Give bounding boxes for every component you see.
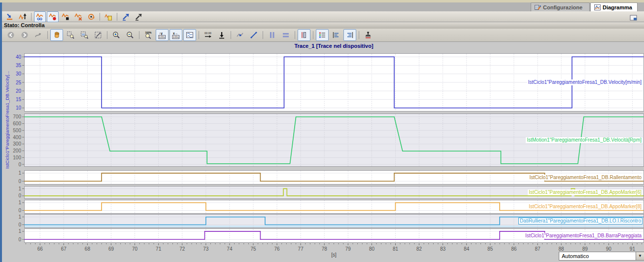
chart-appomarker8[interactable]: 01IstCiclo1"PareggiamentoFresa1_DB.AppoM… — [2, 200, 644, 214]
measure-point-icon[interactable] — [234, 29, 246, 41]
signal-label-velocita_rpm: IstMotion1"PareggiamentoFresa1_DB.Veloci… — [526, 137, 643, 143]
export-trace-icon[interactable] — [120, 11, 132, 22]
svg-text:15: 15 — [16, 97, 22, 102]
ruler-icon[interactable] — [298, 29, 310, 41]
auto-repeat-icon[interactable] — [85, 11, 97, 22]
window-left-strip — [0, 0, 2, 262]
monitor-trace-icon[interactable] — [34, 11, 46, 22]
toolbar-separator — [139, 31, 139, 39]
zoom-area-icon[interactable] — [78, 29, 91, 41]
chart-title: Trace_1 [Trace nel dispositivo] — [24, 43, 644, 49]
editor-tabbar: Configurazione Diagramma — [2, 2, 644, 11]
svg-text:1: 1 — [18, 200, 21, 205]
vertical-cursors-icon[interactable] — [266, 29, 278, 41]
svg-text:78: 78 — [322, 246, 328, 252]
chart-velocita-rpm[interactable]: 0100200300400500600700IstMotion1"Pareggi… — [2, 113, 644, 167]
signal-label-rallentamento: IstCiclo1"PareggiamentoFresa1_DB.Rallent… — [528, 175, 643, 181]
toolbar-separator — [231, 31, 231, 39]
svg-text:25: 25 — [16, 80, 22, 85]
forward-icon[interactable] — [18, 29, 31, 41]
record-trace-icon[interactable] — [47, 11, 59, 22]
trace-toolbar — [2, 11, 644, 22]
toolbar-separator — [47, 31, 48, 39]
chart-velocity[interactable]: 10152025303540IstCiclo1"PareggiamentoFre… — [2, 53, 644, 112]
tab-diagramma[interactable]: Diagramma — [590, 2, 638, 11]
split-editor-icon[interactable] — [628, 12, 640, 23]
x-scale-100-icon[interactable]: x→ 100x — [169, 29, 182, 41]
back-icon[interactable] — [4, 29, 17, 41]
toolbar-separator — [295, 31, 295, 39]
chevron-down-icon[interactable]: ▼ — [636, 252, 644, 260]
chart-rallentamento[interactable]: 01IstCiclo1"PareggiamentoFresa1_DB.Ralle… — [2, 170, 644, 185]
svg-text:600: 600 — [13, 121, 21, 126]
pan-hand-icon[interactable] — [50, 29, 63, 41]
delete-trace-icon[interactable] — [72, 11, 84, 22]
stop-trace-icon[interactable] — [60, 11, 71, 22]
apply-icon[interactable] — [362, 29, 374, 41]
upload-trace-icon[interactable] — [17, 11, 29, 22]
y-scale-100-icon[interactable]: ↑y 100x — [156, 29, 169, 41]
svg-text:300: 300 — [13, 141, 21, 147]
zoom-100-icon[interactable]: 100% — [142, 29, 155, 41]
configuration-icon — [535, 4, 541, 10]
diagram-panel: Trace_1 [Trace nel dispositivo] IstCiclo… — [2, 42, 644, 262]
signal-label-velocity: IstCiclo1"PareggiamentoFresa1_DB.Velocit… — [527, 79, 643, 85]
svg-text:10: 10 — [16, 105, 22, 111]
legend-right-icon[interactable] — [343, 29, 356, 41]
chart-barrapareggiata[interactable]: 01IstCiclo1"PareggiamentoFresa1_DB.Barra… — [2, 228, 644, 243]
svg-text:0: 0 — [18, 222, 21, 227]
tab-configurazione[interactable]: Configurazione — [531, 2, 590, 11]
zoom-select-icon[interactable] — [64, 29, 77, 41]
svg-text:68: 68 — [85, 246, 91, 252]
toolbar-separator — [31, 13, 32, 21]
svg-text:700: 700 — [13, 114, 21, 119]
svg-text:89: 89 — [582, 246, 588, 252]
zoom-dynamic-icon[interactable] — [92, 29, 104, 41]
time-scale-dropdown[interactable]: Automatico ▼ — [559, 252, 644, 261]
export-trace-alt-icon[interactable] — [133, 11, 144, 22]
time-scale-value: Automatico — [562, 253, 589, 259]
svg-text:77: 77 — [298, 246, 304, 252]
window-top-strip — [0, 0, 644, 2]
svg-text:84: 84 — [464, 246, 470, 252]
svg-text:75: 75 — [250, 246, 256, 252]
signal-label-appomarker8: IstCiclo1"PareggiamentoFresa1_DB.AppoMar… — [528, 204, 643, 210]
svg-text:35: 35 — [16, 63, 22, 68]
svg-text:1: 1 — [18, 228, 21, 234]
time-axis: 6667686970717273747576777879808182838485… — [2, 243, 644, 252]
svg-text:74: 74 — [227, 246, 233, 252]
chart-appomarker6[interactable]: 01IstCiclo1"PareggiamentoFresa1_DB.AppoM… — [2, 186, 644, 199]
svg-text:00:00: 00:00 — [204, 32, 211, 35]
svg-text:30: 30 — [16, 71, 22, 76]
signal-label-barrapareggiata: IstCiclo1"PareggiamentoFresa1_DB.BarraPa… — [524, 233, 643, 239]
save-to-measurements-icon[interactable] — [102, 11, 114, 22]
svg-text:80: 80 — [369, 246, 375, 252]
chart-riscontro[interactable]: 01DatiRulliera1"PareggiamentoFresa1_DB.L… — [2, 214, 644, 228]
toolbar-separator — [199, 31, 199, 39]
toolbar-separator — [263, 31, 263, 39]
svg-text:66: 66 — [37, 246, 43, 252]
svg-text:67: 67 — [61, 246, 67, 252]
time-align-icon[interactable]: 00:00 — [202, 29, 214, 41]
svg-text:72: 72 — [179, 246, 185, 252]
snapshot-icon[interactable] — [215, 29, 228, 41]
measure-slope-icon[interactable] — [247, 29, 260, 41]
horizontal-cursors-icon[interactable] — [279, 29, 292, 41]
svg-text:0: 0 — [18, 179, 21, 184]
toolbar-separator — [313, 31, 313, 39]
toolbar-separator — [117, 13, 117, 21]
transfer-trace-icon[interactable] — [4, 11, 16, 22]
svg-text:↑y: ↑y — [159, 32, 163, 36]
legend-icon[interactable] — [316, 29, 329, 41]
svg-text:400: 400 — [13, 135, 21, 140]
revert-zoom-icon[interactable] — [32, 29, 45, 41]
svg-text:0: 0 — [18, 162, 21, 167]
legend-left-icon[interactable] — [330, 29, 342, 41]
signal-label-appomarker6: IstCiclo1"PareggiamentoFresa1_DB.AppoMar… — [528, 189, 643, 195]
zoom-out-icon[interactable] — [124, 29, 136, 41]
svg-text:1: 1 — [18, 214, 21, 220]
svg-text:x→: x→ — [173, 32, 178, 35]
tab-configurazione-label: Configurazione — [543, 4, 582, 10]
fit-curves-icon[interactable] — [183, 29, 196, 41]
zoom-in-icon[interactable] — [110, 29, 123, 41]
